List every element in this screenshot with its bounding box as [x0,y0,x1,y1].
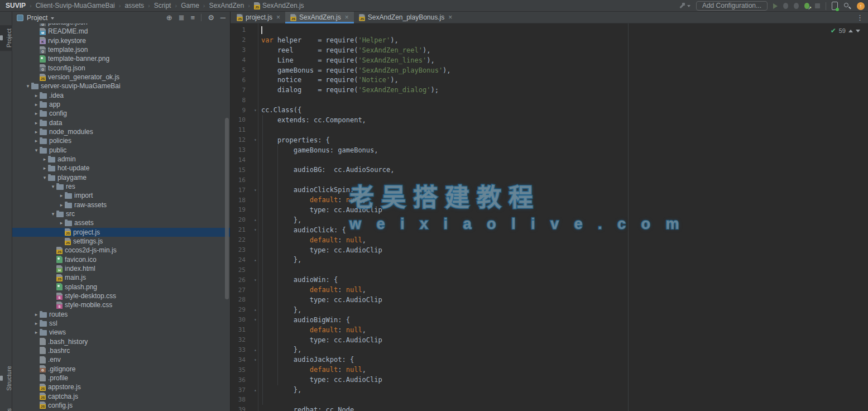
code-line-23[interactable]: 23 type: cc.AudioClip [231,245,868,255]
expand-all-icon[interactable]: ≣ [179,12,185,23]
code-line-36[interactable]: 36 type: cc.AudioClip [231,375,868,385]
tree-chevron-icon[interactable]: ▾ [50,184,56,189]
collapse-all-icon[interactable]: ≡ [191,12,195,23]
tree-item-policies[interactable]: ▸policies [12,136,230,145]
breadcrumb-item-client-suvip-muagamebai[interactable]: Client-Suvip-MuaGameBai [36,2,115,9]
prev-issue-icon[interactable] [848,30,853,32]
fold-marker-icon[interactable]: ▾ [250,137,261,142]
tree-chevron-icon[interactable]: ▸ [33,312,40,317]
code-line-39[interactable]: 39 redbat: cc.Node [231,405,868,411]
tree-item-public[interactable]: ▾public [12,146,230,155]
code-line-6[interactable]: 6 notice = require('Notice'), [231,75,868,85]
code-line-34[interactable]: 34▾ audioJackpot: { [231,355,868,365]
debug-icon[interactable] [783,3,788,9]
locate-icon[interactable]: ⊕ [166,12,172,23]
search-everywhere-icon[interactable] [843,2,851,10]
fold-marker-icon[interactable]: ▾ [250,188,261,193]
code-line-31[interactable]: 31 default: null, [231,325,868,335]
fold-marker-icon[interactable]: ▾ [250,317,261,322]
tree-item-style-mobile-css[interactable]: Sstyle-mobile.css [12,300,230,309]
tree-chevron-icon[interactable]: ▸ [33,138,40,144]
code-line-35[interactable]: 35 default: null, [231,365,868,375]
tree-item-index-html[interactable]: Hindex.html [12,264,230,273]
breadcrumb-item-sexandzen-js[interactable]: JSSexAndZen.js [254,2,304,9]
tree-item-playgame[interactable]: ▾playgame [12,173,230,182]
code-line-11[interactable]: 11 [231,125,868,135]
tree-item-import[interactable]: ▸import [12,191,230,200]
fold-marker-icon[interactable]: ▴ [250,347,261,352]
tree-item-captcha-js[interactable]: JScaptcha.js [12,391,230,400]
code-line-22[interactable]: 22 default: null, [231,235,868,245]
code-line-4[interactable]: 4 Line = require('SexAndZen_lines'), [231,55,868,65]
tree-scrollbar-thumb[interactable] [225,118,229,299]
tree-item-template-json[interactable]: {}template.json [12,45,230,54]
tree-chevron-icon[interactable]: ▸ [33,93,40,98]
code-line-38[interactable]: 38 [231,395,868,405]
tree-item-cocos2d-js-min-js[interactable]: JScocos2d-js-min.js [12,246,230,255]
code-line-14[interactable]: 14 [231,155,868,165]
profiler-icon[interactable] [804,3,809,9]
tree-item-views[interactable]: ▸views [12,328,230,337]
tree-item-routes[interactable]: ▸routes [12,310,230,319]
code-line-3[interactable]: 3 reel = require('SexAndZen_reel'), [231,45,868,55]
tree-item-env[interactable]: .env [12,355,230,364]
tree-item-ssl[interactable]: ▸ssl [12,319,230,328]
tree-item-assets[interactable]: ▸assets [12,218,230,227]
editor-tab-sexandzen-playbonus-js[interactable]: JSSexAndZen_playBonus.js× [354,12,457,23]
tree-chevron-icon[interactable]: ▾ [41,175,48,180]
code-line-15[interactable]: 15 audioBG: cc.AudioSource, [231,165,868,175]
stop-icon[interactable] [815,3,820,8]
code-editor[interactable]: 12var helper = require('Helper'),3 reel … [231,23,868,411]
tree-chevron-icon[interactable]: ▸ [58,202,65,208]
tree-item-server-suvip-muagamebai[interactable]: ▾server-suvip-MuaGameBai [12,82,230,90]
tree-item-src[interactable]: ▾src [12,209,230,218]
tree-item-bash-history[interactable]: .bash_history [12,337,230,346]
update-icon[interactable]: ↑ [857,2,865,10]
tree-item-bashrc[interactable]: .bashrc [12,346,230,355]
next-issue-icon[interactable] [856,30,860,32]
tool-window-tab-structure[interactable]: Structure [0,362,12,394]
breadcrumb-item-sexandzen[interactable]: SexAndZen [209,2,244,9]
tree-item-main-js[interactable]: JSmain.js [12,273,230,282]
code-line-12[interactable]: 12▾ properties: { [231,135,868,145]
tree-item-tsconfig-json[interactable]: {}tsconfig.json [12,64,230,73]
tool-window-tab-project[interactable]: Project [0,25,12,51]
chevron-down-icon[interactable] [51,17,54,20]
code-line-26[interactable]: 26▾ audioWin: { [231,275,868,285]
hide-panel-icon[interactable]: ─ [220,12,226,23]
tree-chevron-icon[interactable]: ▸ [58,193,65,198]
code-line-10[interactable]: 10 extends: cc.Component, [231,115,868,125]
editor-tab-sexandzen-js[interactable]: JSSexAndZen.js× [285,12,354,23]
tree-item-raw-assets[interactable]: ▸raw-assets [12,200,230,209]
code-line-7[interactable]: 7 dialog = require('SexAndZen_dialog'); [231,85,868,95]
code-line-24[interactable]: 24▴ }, [231,255,868,265]
tree-item-app[interactable]: ▸app [12,100,230,109]
editor-tab-project-js[interactable]: JSproject.js× [232,12,285,23]
tree-item-config-js[interactable]: JSconfig.js [12,401,230,410]
code-line-30[interactable]: 30▾ audioBigWin: { [231,315,868,325]
tree-item-rvip-keystore[interactable]: Krvip.keystore [12,36,230,45]
build-hammer-icon[interactable] [678,2,690,9]
tree-item-admin[interactable]: ▸admin [12,155,230,164]
code-line-29[interactable]: 29▴ }, [231,305,868,315]
breadcrumb-item-game[interactable]: Game [181,2,199,9]
code-line-20[interactable]: 20▴ }, [231,215,868,225]
fold-marker-icon[interactable]: ▾ [250,278,261,283]
code-line-8[interactable]: 8 [231,95,868,105]
tree-chevron-icon[interactable]: ▸ [41,156,48,162]
code-line-5[interactable]: 5 gameBonus = require('SexAndZen_playBon… [231,65,868,75]
tree-item-idea[interactable]: ▸.idea [12,91,230,100]
tree-chevron-icon[interactable]: ▸ [33,111,40,116]
tab-close-icon[interactable]: × [345,13,349,21]
code-line-25[interactable]: 25 [231,265,868,275]
tree-chevron-icon[interactable]: ▸ [33,102,40,107]
tree-item-hot-update[interactable]: ▸hot-update [12,164,230,173]
tab-close-icon[interactable]: × [448,13,452,21]
tree-item-res[interactable]: ▾res [12,182,230,191]
tree-chevron-icon[interactable]: ▾ [25,83,31,89]
tree-item-readme-md[interactable]: MREADME.md [12,27,230,36]
tab-close-icon[interactable]: × [276,13,280,21]
tree-item-appstore-js[interactable]: JSappstore.js [12,383,230,391]
add-configuration-button[interactable]: Add Configuration... [696,1,768,11]
code-line-28[interactable]: 28 type: cc.AudioClip [231,295,868,305]
